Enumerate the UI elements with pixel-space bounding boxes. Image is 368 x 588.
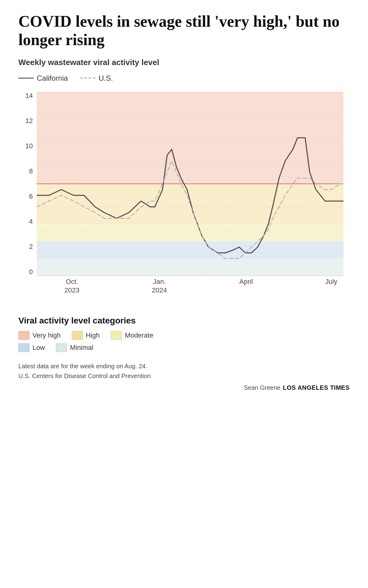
moderate-label: Moderate: [125, 331, 153, 339]
minimal-label: Minimal: [70, 344, 93, 352]
high-swatch: [72, 331, 83, 340]
us-label: U.S.: [98, 74, 113, 83]
legend-us: U.S.: [80, 74, 113, 83]
y-label-14: 14: [25, 92, 33, 100]
page-title: COVID levels in sewage still 'very high,…: [18, 12, 350, 49]
svg-rect-2: [37, 224, 343, 241]
y-label-0: 0: [29, 268, 33, 276]
very-high-label: Very high: [33, 331, 61, 339]
footer-note2: U.S. Centers for Disease Control and Pre…: [18, 371, 350, 381]
y-label-6: 6: [29, 192, 33, 200]
x-label-oct2023: Oct.2023: [64, 277, 79, 295]
minimal-swatch: [56, 343, 67, 352]
chart-container: 0 2 4 6 8 10 12 14: [18, 92, 343, 300]
y-axis: 0 2 4 6 8 10 12 14: [18, 92, 35, 276]
y-label-8: 8: [29, 167, 33, 175]
categories-title: Viral activity level categories: [18, 316, 350, 326]
footer-notes: Latest data are for the week ending on A…: [18, 361, 350, 393]
x-label-jan2024: Jan.2024: [152, 277, 167, 295]
cat-moderate: Moderate: [111, 331, 153, 340]
credit-name: Sean Greene: [244, 383, 280, 393]
us-line-icon: [80, 78, 95, 79]
cat-low: Low: [18, 343, 45, 352]
cat-minimal: Minimal: [56, 343, 93, 352]
y-label-10: 10: [25, 142, 33, 150]
low-swatch: [18, 343, 29, 352]
categories-row-2: Low Minimal: [18, 343, 350, 352]
x-label-april: April: [240, 277, 253, 286]
chart-legend: California U.S.: [18, 74, 350, 83]
chart-subtitle: Weekly wastewater viral activity level: [18, 58, 350, 67]
california-label: California: [37, 74, 68, 83]
credit-row: Sean Greene LOS ANGELES TIMES: [18, 383, 350, 393]
x-axis: Oct.2023 Jan.2024 April July: [37, 277, 343, 300]
x-label-july: July: [325, 277, 337, 286]
svg-rect-3: [37, 241, 343, 258]
chart-svg-area: [37, 92, 343, 276]
california-line-icon: [18, 78, 34, 79]
categories-section: Viral activity level categories Very hig…: [18, 316, 350, 352]
y-label-12: 12: [25, 117, 33, 125]
low-label: Low: [33, 344, 45, 352]
svg-rect-4: [37, 258, 343, 276]
legend-california: California: [18, 74, 68, 83]
moderate-swatch: [111, 331, 122, 340]
high-label: High: [86, 331, 100, 339]
credit-pub: LOS ANGELES TIMES: [283, 383, 350, 393]
very-high-swatch: [18, 331, 29, 340]
y-label-2: 2: [29, 243, 33, 251]
cat-very-high: Very high: [18, 331, 61, 340]
cat-high: High: [72, 331, 100, 340]
categories-row-1: Very high High Moderate: [18, 331, 350, 340]
footer-note1: Latest data are for the week ending on A…: [18, 361, 350, 371]
y-label-4: 4: [29, 218, 33, 226]
